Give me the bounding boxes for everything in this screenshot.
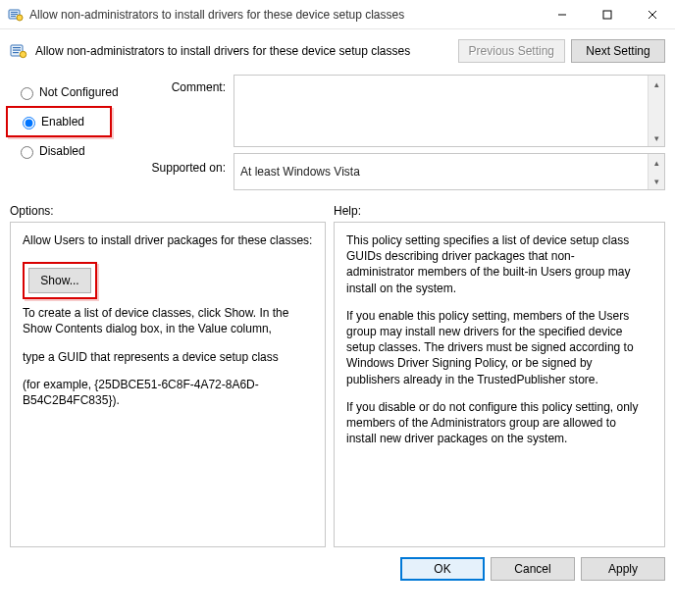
supported-on-box: At least Windows Vista ▴ ▾ (234, 153, 665, 190)
radio-not-configured-input[interactable] (21, 87, 33, 100)
svg-rect-3 (11, 16, 16, 17)
svg-rect-6 (603, 11, 611, 19)
radio-enabled-label: Enabled (41, 115, 84, 128)
help-p3: If you disable or do not configure this … (346, 399, 643, 447)
show-button[interactable]: Show... (28, 268, 91, 293)
svg-rect-1 (11, 12, 18, 13)
help-p2: If you enable this policy setting, membe… (346, 308, 643, 387)
apply-button[interactable]: Apply (581, 557, 665, 581)
options-example: (for example, {25DBCE51-6C8F-4A72-8A6D-B… (23, 377, 313, 408)
comment-scrollbar[interactable]: ▴ ▾ (648, 76, 664, 146)
panels: Allow Users to install driver packages f… (0, 222, 675, 547)
svg-point-13 (20, 51, 26, 57)
scroll-up-icon[interactable]: ▴ (649, 154, 665, 171)
help-p1: This policy setting specifies a list of … (346, 232, 643, 296)
comment-label: Comment: (145, 75, 234, 147)
title-bar: Allow non-administrators to install driv… (0, 0, 675, 29)
scroll-up-icon[interactable]: ▴ (649, 76, 665, 92)
mid-labels: Options: Help: (0, 190, 675, 222)
svg-rect-10 (13, 47, 21, 48)
options-intro: Allow Users to install driver packages f… (23, 232, 313, 248)
svg-point-4 (17, 15, 23, 21)
footer-buttons: OK Cancel Apply (0, 547, 675, 581)
options-instr2: type a GUID that represents a device set… (23, 349, 313, 365)
header-row: Allow non-administrators to install driv… (0, 29, 675, 75)
comment-textarea[interactable]: ▴ ▾ (234, 75, 665, 147)
previous-setting-button[interactable]: Previous Setting (458, 39, 565, 63)
help-label: Help: (334, 204, 361, 218)
scroll-down-icon[interactable]: ▾ (649, 173, 665, 189)
supported-on-text: At least Windows Vista (240, 165, 360, 179)
top-grid: Not Configured Enabled Disabled Comment:… (0, 75, 675, 190)
options-instr1: To create a list of device classes, clic… (23, 305, 313, 336)
scroll-down-icon[interactable]: ▾ (649, 129, 665, 146)
next-setting-button[interactable]: Next Setting (571, 39, 665, 63)
maximize-button[interactable] (585, 0, 630, 29)
svg-rect-2 (11, 14, 18, 15)
options-panel: Allow Users to install driver packages f… (10, 222, 326, 547)
policy-title: Allow non-administrators to install driv… (35, 44, 452, 58)
state-radios: Not Configured Enabled Disabled (10, 75, 145, 190)
ok-button[interactable]: OK (400, 557, 485, 581)
svg-rect-11 (13, 50, 21, 51)
radio-disabled[interactable]: Disabled (10, 137, 145, 165)
radio-not-configured[interactable]: Not Configured (10, 78, 145, 106)
window-controls (540, 0, 675, 29)
enabled-highlight: Enabled (6, 106, 112, 137)
policy-title-icon (8, 7, 24, 23)
radio-disabled-input[interactable] (21, 146, 33, 159)
radio-not-configured-label: Not Configured (39, 85, 119, 99)
policy-icon (10, 42, 27, 60)
minimize-button[interactable] (540, 0, 585, 29)
window-title: Allow non-administrators to install driv… (29, 8, 540, 22)
supported-on-label: Supported on: (145, 147, 234, 190)
radio-enabled[interactable]: Enabled (12, 108, 110, 135)
show-highlight: Show... (23, 262, 97, 299)
supported-scrollbar[interactable]: ▴ ▾ (648, 154, 664, 189)
close-button[interactable] (630, 0, 675, 29)
cancel-button[interactable]: Cancel (491, 557, 575, 581)
radio-enabled-input[interactable] (23, 117, 35, 129)
help-panel: This policy setting specifies a list of … (334, 222, 665, 547)
svg-rect-12 (13, 52, 19, 53)
options-label: Options: (10, 204, 334, 218)
radio-disabled-label: Disabled (39, 144, 85, 158)
